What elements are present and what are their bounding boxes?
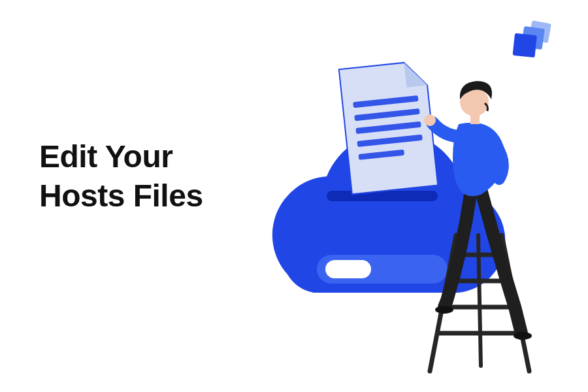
document-icon [339, 61, 438, 195]
hero-illustration [248, 39, 575, 379]
svg-point-20 [424, 114, 436, 126]
headline-line2: Hosts Files [39, 178, 203, 213]
svg-point-18 [435, 306, 453, 314]
page-title: Edit Your Hosts Files [39, 137, 203, 216]
svg-rect-3 [327, 191, 438, 201]
svg-rect-5 [325, 260, 371, 278]
headline-line1: Edit Your [39, 139, 172, 174]
svg-point-19 [514, 332, 532, 340]
